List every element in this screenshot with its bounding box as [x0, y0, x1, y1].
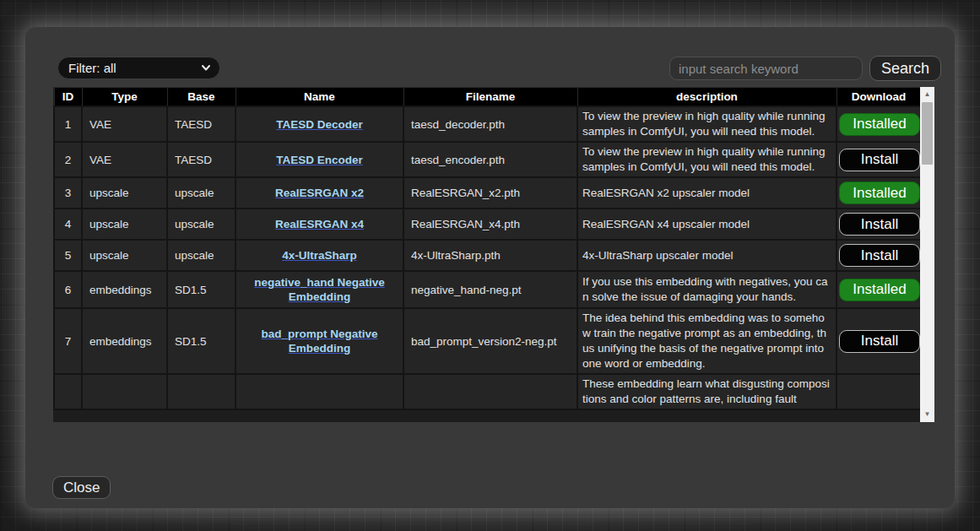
cell-type: [82, 374, 167, 409]
scroll-down-button[interactable]: ▼: [920, 408, 934, 421]
close-button[interactable]: Close: [52, 476, 111, 499]
cell-description: If you use this embedding with negatives…: [577, 271, 837, 308]
table-row: 4 upscale upscale RealESRGAN x4 RealESRG…: [54, 209, 920, 240]
cell-description: RealESRGAN x2 upscaler model: [577, 177, 837, 209]
model-name-link[interactable]: 4x-UltraSharp: [282, 249, 357, 262]
cell-description: To view the preview in high quality whil…: [577, 106, 837, 142]
cell-type: embeddings: [82, 271, 167, 308]
download-button[interactable]: Install: [839, 213, 920, 236]
model-manager-dialog: Filter: all Search IDTypeBaseNameFilenam…: [25, 27, 955, 508]
cell-description: To view the preview in high quality whil…: [577, 142, 837, 177]
cell-type: upscale: [82, 177, 167, 209]
cell-base: [167, 374, 236, 409]
cell-id: 3: [54, 177, 82, 209]
column-header: Name: [236, 88, 403, 107]
cell-name: TAESD Encoder: [236, 142, 403, 177]
cell-name: TAESD Decoder: [236, 106, 403, 142]
download-button[interactable]: Install: [839, 244, 920, 267]
model-name-link[interactable]: RealESRGAN x4: [275, 218, 364, 230]
table-row: These embedding learn what disgusting co…: [54, 374, 920, 409]
model-name-link[interactable]: TAESD Encoder: [276, 154, 363, 166]
cell-download: [837, 374, 920, 409]
cell-id: 2: [54, 142, 82, 177]
cell-download: Install: [837, 209, 920, 240]
download-button[interactable]: Installed: [839, 279, 920, 301]
model-table-zone: IDTypeBaseNameFilenamedescriptionDownloa…: [53, 87, 934, 422]
cell-type: embeddings: [82, 308, 167, 374]
model-name-link[interactable]: TAESD Decoder: [276, 118, 363, 131]
cell-id: [54, 374, 82, 409]
table-body: 1 VAE TAESD TAESD Decoder taesd_decoder.…: [54, 106, 920, 409]
cell-description: 4x-UltraSharp upscaler model: [577, 240, 837, 271]
cell-id: 7: [54, 308, 82, 374]
table-row: 3 upscale upscale RealESRGAN x2 RealESRG…: [54, 177, 920, 209]
column-header: description: [577, 88, 837, 107]
scrollbar-thumb[interactable]: [922, 102, 933, 165]
cell-id: 6: [54, 271, 82, 308]
cell-base: TAESD: [167, 106, 236, 142]
table-row: 7 embeddings SD1.5 bad_prompt Negative E…: [54, 308, 920, 374]
download-button[interactable]: Installed: [839, 113, 920, 136]
model-name-link[interactable]: RealESRGAN x2: [275, 187, 364, 199]
table-row: 5 upscale upscale 4x-UltraSharp 4x-Ultra…: [54, 240, 920, 271]
cell-base: upscale: [167, 240, 236, 271]
search-button[interactable]: Search: [869, 56, 941, 81]
download-button[interactable]: Install: [839, 330, 920, 353]
column-header: Type: [82, 88, 167, 107]
filter-select-wrap: Filter: all: [57, 57, 220, 79]
cell-id: 4: [54, 209, 82, 240]
cell-base: upscale: [167, 177, 236, 209]
cell-download: Installed: [837, 271, 920, 308]
cell-filename: [403, 374, 577, 409]
cell-filename: RealESRGAN_x2.pth: [403, 177, 577, 209]
table-row: 1 VAE TAESD TAESD Decoder taesd_decoder.…: [54, 106, 920, 142]
model-name-link[interactable]: bad_prompt Negative Embedding: [261, 328, 377, 355]
table-row: 6 embeddings SD1.5 negative_hand Negativ…: [54, 271, 920, 308]
cell-base: TAESD: [167, 142, 236, 177]
cell-description: These embedding learn what disgusting co…: [577, 374, 837, 409]
model-name-link[interactable]: negative_hand Negative Embedding: [254, 276, 385, 303]
cell-base: SD1.5: [167, 308, 236, 374]
search-input[interactable]: [669, 57, 863, 80]
cell-name: 4x-UltraSharp: [236, 240, 403, 271]
cell-filename: bad_prompt_version2-neg.pt: [403, 308, 577, 374]
cell-download: Installed: [837, 177, 920, 209]
cell-id: 5: [54, 240, 82, 271]
column-header: Base: [167, 88, 236, 107]
cell-description: The idea behind this embedding was to so…: [577, 308, 837, 374]
cell-type: upscale: [82, 240, 167, 271]
cell-filename: RealESRGAN_x4.pth: [403, 209, 577, 240]
cell-name: RealESRGAN x4: [236, 209, 403, 240]
cell-download: Install: [837, 240, 920, 271]
model-table-wrap: IDTypeBaseNameFilenamedescriptionDownloa…: [53, 87, 920, 422]
cell-filename: negative_hand-neg.pt: [403, 271, 577, 308]
cell-id: 1: [54, 106, 82, 142]
cell-download: Installed: [837, 106, 920, 142]
table-scrollbar[interactable]: ▲ ▼: [920, 87, 934, 422]
cell-filename: taesd_decoder.pth: [403, 106, 577, 142]
table-header-row: IDTypeBaseNameFilenamedescriptionDownloa…: [54, 88, 920, 107]
cell-filename: taesd_encoder.pth: [403, 142, 577, 177]
download-button[interactable]: Installed: [839, 182, 920, 204]
table-row: 2 VAE TAESD TAESD Encoder taesd_encoder.…: [54, 142, 920, 177]
cell-type: VAE: [82, 106, 167, 142]
cell-name: [236, 374, 403, 409]
cell-name: RealESRGAN x2: [236, 177, 403, 209]
column-header: Download: [837, 88, 920, 107]
download-button[interactable]: Install: [839, 149, 920, 171]
cell-base: upscale: [167, 209, 236, 240]
column-header: Filename: [403, 88, 577, 107]
model-table: IDTypeBaseNameFilenamedescriptionDownloa…: [53, 87, 920, 410]
cell-filename: 4x-UltraSharp.pth: [403, 240, 577, 271]
cell-base: SD1.5: [167, 271, 236, 308]
cell-description: RealESRGAN x4 upscaler model: [577, 209, 837, 240]
filter-select[interactable]: Filter: all: [57, 57, 220, 79]
scroll-up-button[interactable]: ▲: [920, 88, 934, 101]
cell-type: VAE: [82, 142, 167, 177]
cell-name: negative_hand Negative Embedding: [236, 271, 403, 308]
cell-type: upscale: [82, 209, 167, 240]
cell-download: Install: [837, 142, 920, 177]
column-header: ID: [54, 88, 82, 107]
cell-download: Install: [837, 308, 920, 374]
cell-name: bad_prompt Negative Embedding: [236, 308, 403, 374]
